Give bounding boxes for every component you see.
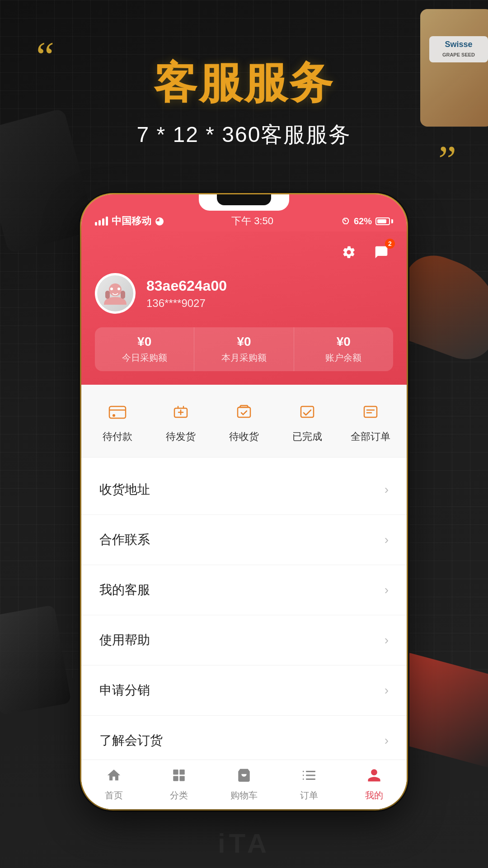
chevron-right-icon: › bbox=[385, 583, 389, 597]
order-tabs: 待付款 待发货 bbox=[81, 385, 407, 458]
username-label: 83ae624a00 bbox=[146, 278, 227, 294]
notch-inner bbox=[217, 194, 271, 205]
chevron-right-icon: › bbox=[385, 633, 389, 647]
tab-pending-receive[interactable]: 待收货 bbox=[212, 394, 276, 448]
alarm-icon: ⏲ bbox=[341, 216, 350, 226]
menu-item-cooperation[interactable]: 合作联系 › bbox=[81, 515, 407, 565]
phone-notch bbox=[199, 194, 289, 211]
status-right: ⏲ 62% bbox=[341, 216, 393, 226]
menu-item-distribution[interactable]: 申请分销 › bbox=[81, 665, 407, 716]
svg-rect-4 bbox=[121, 291, 125, 299]
stats-row: ¥0 今日采购额 ¥0 本月采购额 ¥0 账户余额 bbox=[95, 327, 393, 371]
deco-shoe-left bbox=[0, 605, 71, 715]
nav-cart-label: 购物车 bbox=[230, 789, 258, 802]
nav-home[interactable]: 首页 bbox=[81, 763, 146, 806]
svg-point-6 bbox=[113, 414, 115, 417]
chevron-right-icon: › bbox=[385, 482, 389, 497]
sub-title: 7 * 12 * 360客服服务 bbox=[0, 120, 488, 149]
orders-icon bbox=[301, 768, 317, 787]
tab-pending-ship-label: 待发货 bbox=[166, 430, 196, 443]
menu-item-address[interactable]: 收货地址 › bbox=[81, 465, 407, 515]
nav-cart[interactable]: 购物车 bbox=[211, 763, 277, 806]
tab-pending-ship[interactable]: 待发货 bbox=[149, 394, 212, 448]
user-details: 83ae624a00 136****9027 bbox=[146, 278, 227, 310]
tab-all-orders-label: 全部订单 bbox=[351, 430, 390, 443]
wifi-icon: ◕ bbox=[155, 215, 164, 227]
cart-icon bbox=[236, 768, 252, 787]
all-orders-icon bbox=[357, 398, 384, 425]
tab-pending-payment[interactable]: 待付款 bbox=[86, 394, 149, 448]
message-badge: 2 bbox=[385, 239, 395, 249]
today-purchase-label: 今日采购额 bbox=[99, 352, 189, 364]
ita-watermark: iTA bbox=[218, 828, 270, 859]
nav-profile[interactable]: 我的 bbox=[342, 763, 407, 806]
svg-rect-3 bbox=[105, 291, 110, 299]
month-purchase-label: 本月采购额 bbox=[199, 352, 289, 364]
menu-item-distribution-label: 申请分销 bbox=[99, 682, 150, 699]
pending-payment-icon bbox=[104, 398, 131, 425]
menu-item-customer-label: 我的客服 bbox=[99, 581, 150, 599]
completed-icon bbox=[294, 398, 321, 425]
svg-rect-5 bbox=[109, 406, 126, 418]
avatar[interactable] bbox=[95, 273, 136, 314]
time-label: 下午 3:50 bbox=[231, 214, 273, 228]
nav-category-label: 分类 bbox=[170, 789, 188, 802]
status-left: 中国移动 ◕ bbox=[95, 214, 164, 228]
nav-orders-label: 订单 bbox=[300, 789, 318, 802]
chevron-right-icon: › bbox=[385, 533, 389, 547]
nav-category[interactable]: 分类 bbox=[146, 763, 211, 806]
svg-rect-11 bbox=[173, 769, 178, 774]
today-purchase-value: ¥0 bbox=[99, 335, 189, 349]
phone-container: 中国移动 ◕ 下午 3:50 ⏲ 62% bbox=[81, 194, 407, 809]
pending-ship-icon bbox=[167, 398, 194, 425]
nav-profile-label: 我的 bbox=[365, 789, 383, 802]
bottom-nav: 首页 分类 购物车 bbox=[81, 760, 407, 809]
phone-number-label: 136****9027 bbox=[146, 297, 227, 310]
menu-item-customer[interactable]: 我的客服 › bbox=[81, 565, 407, 615]
balance-value: ¥0 bbox=[299, 335, 389, 349]
nav-orders[interactable]: 订单 bbox=[277, 763, 342, 806]
signal-icon bbox=[95, 217, 108, 226]
chevron-right-icon: › bbox=[385, 683, 389, 698]
svg-rect-10 bbox=[364, 406, 377, 417]
menu-item-address-label: 收货地址 bbox=[99, 481, 150, 498]
pending-receive-icon bbox=[230, 398, 258, 425]
battery-icon bbox=[375, 217, 393, 225]
phone-frame: 中国移动 ◕ 下午 3:50 ⏲ 62% bbox=[81, 194, 407, 809]
avatar-inner bbox=[97, 275, 133, 311]
menu-item-help[interactable]: 使用帮助 › bbox=[81, 615, 407, 665]
svg-rect-8 bbox=[238, 407, 250, 417]
svg-point-1 bbox=[110, 288, 113, 290]
svg-rect-14 bbox=[179, 776, 184, 781]
menu-item-about[interactable]: 了解会订货 › bbox=[81, 716, 407, 766]
chevron-right-icon: › bbox=[385, 733, 389, 748]
battery-percent: 62% bbox=[354, 216, 372, 226]
svg-point-2 bbox=[117, 288, 120, 290]
main-title: 客服服务 bbox=[0, 54, 488, 113]
svg-rect-13 bbox=[173, 776, 178, 781]
menu-item-help-label: 使用帮助 bbox=[99, 632, 150, 649]
menu-list: 收货地址 › 合作联系 › 我的客服 › 使用帮助 › 申请分销 › bbox=[81, 465, 407, 766]
menu-item-cooperation-label: 合作联系 bbox=[99, 531, 150, 548]
svg-rect-12 bbox=[179, 769, 184, 774]
tab-completed[interactable]: 已完成 bbox=[276, 394, 339, 448]
home-icon bbox=[106, 768, 122, 787]
nav-home-label: 首页 bbox=[105, 789, 123, 802]
svg-rect-9 bbox=[301, 406, 314, 417]
header-area: 客服服务 7 * 12 * 360客服服务 bbox=[0, 54, 488, 149]
tab-pending-receive-label: 待收货 bbox=[229, 430, 259, 443]
profile-top-icons: 2 bbox=[95, 241, 393, 264]
carrier-label: 中国移动 bbox=[112, 214, 151, 228]
month-purchase-value: ¥0 bbox=[199, 335, 289, 349]
settings-button[interactable] bbox=[337, 241, 361, 264]
phone-content: 待付款 待发货 bbox=[81, 385, 407, 809]
profile-info: 83ae624a00 136****9027 bbox=[95, 273, 393, 314]
tab-all-orders[interactable]: 全部订单 bbox=[339, 394, 402, 448]
tab-completed-label: 已完成 bbox=[292, 430, 322, 443]
category-icon bbox=[171, 768, 187, 787]
balance-stat: ¥0 账户余额 bbox=[294, 327, 393, 371]
profile-area: 2 bbox=[81, 231, 407, 385]
message-button[interactable]: 2 bbox=[370, 241, 393, 264]
month-purchase-stat: ¥0 本月采购额 bbox=[194, 327, 294, 371]
today-purchase-stat: ¥0 今日采购额 bbox=[95, 327, 194, 371]
